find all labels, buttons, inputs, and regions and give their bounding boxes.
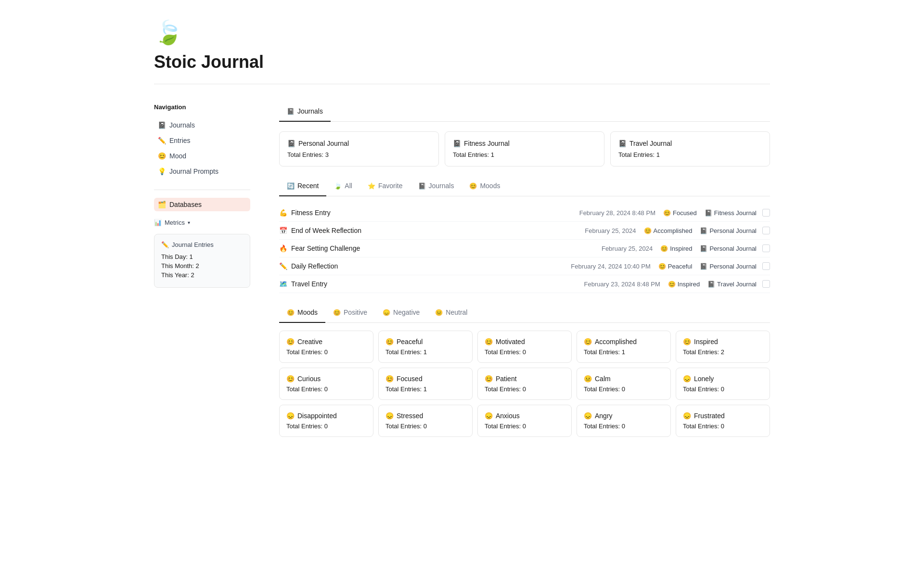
sidebar-divider [154,190,250,190]
week-reflection-icon: 📅 [279,227,287,234]
mood-card-creative[interactable]: 😊 Creative Total Entries: 0 [279,331,373,363]
sidebar-item-journal-prompts-label: Journal Prompts [169,167,218,175]
disappointed-icon: 😞 [286,412,295,420]
metrics-stat-month: This Month: 2 [161,262,243,269]
entry-row[interactable]: 🔥 Fear Setting Challenge February 25, 20… [279,240,770,257]
mood-card-calm[interactable]: 😐 Calm Total Entries: 0 [577,368,671,400]
journal-card-travel[interactable]: 📓 Travel Journal Total Entries: 1 [610,131,770,167]
entry-name-week: End of Week Reflection [291,227,361,234]
journal-emoji-0: 📓 [705,209,712,217]
sidebar-item-journals[interactable]: 📓 Journals [154,118,250,132]
entry-date-3: February 24, 2024 10:40 PM [571,263,651,270]
subtab-favorite[interactable]: ⭐ Favorite [360,178,411,196]
entry-row[interactable]: 📅 End of Week Reflection February 25, 20… [279,222,770,240]
mood-grid: 😊 Creative Total Entries: 0 😊 Peaceful T… [279,331,770,437]
negative-icon: 😞 [383,309,390,316]
mood-card-accomplished[interactable]: 😊 Accomplished Total Entries: 1 [577,331,671,363]
main-layout: Navigation 📓 Journals ✏️ Entries 😊 Mood … [154,103,770,437]
tab-journals-icon: 📓 [287,108,295,115]
mood-card-inspired[interactable]: 😊 Inspired Total Entries: 2 [676,331,770,363]
neutral-icon: 😐 [435,309,443,316]
entry-mood-0: 😊 Focused [663,209,697,217]
tab-journals-label: Journals [297,107,323,115]
personal-journal-entries: Total Entries: 3 [287,151,431,158]
metrics-card-title: ✏️ Journal Entries [161,241,243,248]
entry-checkbox-4[interactable] [762,280,770,288]
metrics-pie-icon: 📊 [154,219,162,226]
mood-emoji-0: 😊 [663,209,671,217]
sidebar-item-databases[interactable]: 🗂️ Databases [154,198,250,211]
moods-all-icon: 😊 [287,309,295,316]
mood-card-anxious[interactable]: 😞 Anxious Total Entries: 0 [477,405,572,437]
mood-card-curious[interactable]: 😊 Curious Total Entries: 0 [279,368,373,400]
mood-card-lonely[interactable]: 😞 Lonely Total Entries: 0 [676,368,770,400]
entry-journal-3: 📓 Personal Journal [700,263,757,270]
subtab-all-label: All [345,182,352,190]
journal-card-fitness[interactable]: 📓 Fitness Journal Total Entries: 1 [445,131,604,167]
nav-items: 📓 Journals ✏️ Entries 😊 Mood 💡 Journal P… [154,118,250,178]
mood-card-frustrated[interactable]: 😞 Frustrated Total Entries: 0 [676,405,770,437]
curious-icon: 😊 [286,375,295,383]
entry-name-fitness: Fitness Entry [291,209,331,217]
mood-card-peaceful[interactable]: 😊 Peaceful Total Entries: 1 [378,331,473,363]
entry-date-1: February 25, 2024 [585,227,636,234]
inspired-icon: 😊 [683,338,691,346]
entry-mood-3: 😊 Peaceful [658,263,693,270]
entry-row[interactable]: ✏️ Daily Reflection February 24, 2024 10… [279,257,770,275]
entry-date-4: February 23, 2024 8:48 PM [584,281,660,288]
entry-row[interactable]: 💪 Fitness Entry February 28, 2024 8:48 P… [279,204,770,222]
mood-card-patient[interactable]: 😊 Patient Total Entries: 0 [477,368,572,400]
moods-tab-neutral[interactable]: 😐 Neutral [427,305,475,323]
entry-checkbox-3[interactable] [762,262,770,270]
subtab-journals-label: Journals [429,182,454,190]
moods-tab-positive[interactable]: 😊 Positive [325,305,375,323]
travel-entry-icon: 🗺️ [279,280,287,288]
entry-list: 💪 Fitness Entry February 28, 2024 8:48 P… [279,204,770,293]
moods-tab-all-label: Moods [297,308,318,316]
mood-card-angry[interactable]: 😞 Angry Total Entries: 0 [577,405,671,437]
mood-card-stressed[interactable]: 😞 Stressed Total Entries: 0 [378,405,473,437]
subtab-moods[interactable]: 😊 Moods [462,178,508,196]
metrics-toggle[interactable]: 📊 Metrics ▾ [154,219,250,226]
sidebar-item-mood[interactable]: 😊 Mood [154,149,250,163]
entry-name-travel: Travel Entry [291,280,327,288]
entry-checkbox-1[interactable] [762,227,770,234]
entry-checkbox-2[interactable] [762,244,770,252]
sidebar-item-mood-label: Mood [169,152,186,160]
mood-card-disappointed[interactable]: 😞 Disappointed Total Entries: 0 [279,405,373,437]
mood-emoji-2: 😊 [660,245,668,252]
entry-checkbox-0[interactable] [762,209,770,217]
journal-emoji-3: 📓 [700,263,707,270]
journal-card-personal[interactable]: 📓 Personal Journal Total Entries: 3 [279,131,439,167]
content-area: 📓 Journals 📓 Personal Journal Total Entr… [279,103,770,437]
mood-card-motivated[interactable]: 😊 Motivated Total Entries: 0 [477,331,572,363]
moods-tab-all[interactable]: 😊 Moods [279,305,325,323]
fitness-entry-icon: 💪 [279,209,287,217]
subtab-recent[interactable]: 🔄 Recent [279,178,326,196]
journals-icon: 📓 [158,121,166,129]
subtab-all[interactable]: 🍃 All [326,178,360,196]
moods-tab-negative[interactable]: 😞 Negative [375,305,427,323]
entry-mood-4: 😊 Inspired [668,281,700,288]
entry-journal-4: 📓 Travel Journal [707,281,757,288]
mood-emoji-1: 😊 [644,227,652,234]
calm-icon: 😐 [584,375,592,383]
patient-icon: 😊 [485,375,493,383]
sidebar-item-entries[interactable]: ✏️ Entries [154,134,250,147]
subtab-journals[interactable]: 📓 Journals [411,178,462,196]
fitness-journal-entries: Total Entries: 1 [453,151,596,158]
entry-row[interactable]: 🗺️ Travel Entry February 23, 2024 8:48 P… [279,275,770,293]
tab-journals[interactable]: 📓 Journals [279,103,331,122]
subtab-moods-label: Moods [480,182,500,190]
anxious-icon: 😞 [485,412,493,420]
angry-icon: 😞 [584,412,592,420]
subtab-recent-label: Recent [297,182,319,190]
journal-prompts-icon: 💡 [158,167,166,175]
moods-tab-bar: 😊 Moods 😊 Positive 😞 Negative 😐 Neutral [279,305,770,323]
entry-journal-1: 📓 Personal Journal [700,227,757,234]
sidebar-item-journal-prompts[interactable]: 💡 Journal Prompts [154,165,250,178]
chevron-down-icon: ▾ [188,220,190,225]
mood-card-focused[interactable]: 😊 Focused Total Entries: 1 [378,368,473,400]
focused-icon: 😊 [385,375,394,383]
journal-cards: 📓 Personal Journal Total Entries: 3 📓 Fi… [279,131,770,167]
